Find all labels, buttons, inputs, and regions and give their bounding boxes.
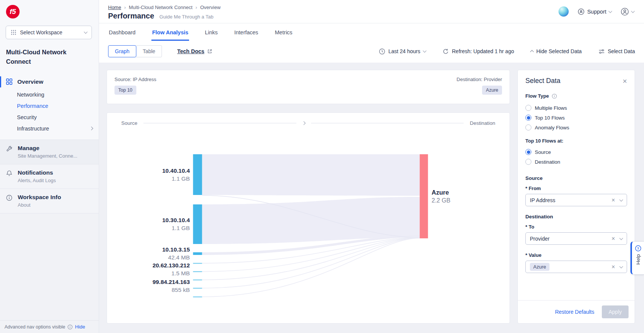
radio-label: Destination [535, 159, 560, 165]
support-menu[interactable]: Support [578, 8, 612, 15]
radio-label: Source [535, 149, 551, 155]
info-icon [67, 324, 73, 330]
sidebar-item-manage[interactable]: Manage Site Management, Conne... [0, 140, 99, 164]
axis-line [143, 123, 296, 123]
sidebar-item-networking[interactable]: Networking [0, 89, 99, 100]
clear-icon[interactable]: × [612, 264, 615, 270]
select-data-label: Select Data [608, 48, 635, 54]
help-tab-label: Help [635, 254, 641, 265]
sidebar-section-subtitle: About [18, 202, 61, 208]
chevron-down-icon [609, 9, 612, 13]
close-icon[interactable]: × [623, 77, 627, 85]
sidebar-item-workspace-info[interactable]: Workspace Info About [0, 189, 99, 213]
svg-text:?: ? [637, 246, 639, 250]
radio-anomaly-flows[interactable]: Anomaly Flows [525, 124, 627, 130]
breadcrumb-separator: › [195, 5, 197, 10]
radio-multiple-flows[interactable]: Multiple Flows [525, 105, 627, 111]
chevron-down-icon [620, 236, 623, 240]
tech-docs-link[interactable]: Tech Docs [177, 48, 212, 54]
destination-summary-label: Destination: Provider [456, 77, 502, 82]
apply-button[interactable]: Apply [602, 305, 629, 318]
breadcrumb-separator: › [124, 5, 126, 10]
axis-line [311, 123, 464, 123]
breadcrumb-overview[interactable]: Overview [200, 5, 220, 10]
sidebar-item-security[interactable]: Security [0, 112, 99, 123]
node-name: 10.40.10.4 [107, 167, 190, 175]
help-tab[interactable]: ? Help [630, 241, 644, 275]
hide-selected-data-button[interactable]: Hide Selected Data [531, 48, 582, 54]
source-node-label: 10.30.10.4 1.1 GB [107, 216, 190, 232]
source-node-1 [193, 154, 202, 195]
radio-label: Top 10 Flows [535, 115, 565, 121]
bell-icon [6, 170, 13, 183]
source-node-minor [193, 288, 202, 289]
from-select[interactable]: IP Address × [525, 194, 627, 206]
sidebar-item-overview[interactable]: Overview [0, 75, 99, 89]
clear-icon[interactable]: × [612, 236, 615, 242]
workspace-name: Multi-Cloud Network Connect [6, 48, 93, 66]
sidebar-footer: Advanced nav options visible Hide [0, 320, 99, 333]
to-select[interactable]: Provider × [525, 232, 627, 245]
sidebar-section-subtitle: Alerts, Audit Logs [18, 178, 56, 183]
graph-view-button[interactable]: Graph [108, 45, 136, 57]
support-label: Support [587, 9, 606, 15]
refresh-button[interactable]: Refresh: Updated 1 hr ago [443, 48, 514, 55]
chevron-down-icon [84, 30, 88, 34]
top10-at-label-text: Top 10 Flows at: [525, 138, 563, 144]
chevron-down-icon [620, 264, 623, 268]
sidebar-item-notifications[interactable]: Notifications Alerts, Audit Logs [0, 164, 99, 189]
source-node-3 [193, 252, 202, 255]
refresh-status: Refresh: Updated 1 hr ago [452, 48, 514, 54]
node-value: 855 kB [107, 286, 190, 294]
sidebar: f5 Select Workspace Multi-Cloud Network … [0, 0, 99, 333]
info-icon [6, 195, 13, 208]
hide-nav-link[interactable]: Hide [75, 324, 85, 330]
node-name: 10.30.10.4 [107, 216, 190, 224]
toolbar: Graph Table Tech Docs Last 24 hours [99, 41, 644, 63]
flow-type-label: Flow Type [525, 93, 627, 99]
tab-dashboard[interactable]: Dashboard [108, 23, 136, 41]
sankey-axis-header: Source Destination [121, 120, 495, 126]
node-value: 42.4 MB [107, 253, 190, 261]
hide-selected-data-label: Hide Selected Data [536, 48, 582, 54]
f5-logo[interactable]: f5 [6, 5, 20, 18]
workspace-selector[interactable]: Select Workspace [6, 26, 92, 39]
table-view-button[interactable]: Table [136, 45, 162, 57]
chevron-down-icon [423, 49, 427, 53]
sankey-card: Source Destination [107, 112, 510, 324]
radio-top10-source[interactable]: Source [525, 149, 627, 155]
sidebar-item-performance[interactable]: Performance [0, 100, 99, 112]
node-value: 1.1 GB [107, 175, 190, 183]
sidebar-item-infrastructure[interactable]: Infrastructure [0, 123, 99, 134]
select-data-button[interactable]: Select Data [598, 48, 635, 55]
user-menu[interactable] [621, 8, 634, 16]
chevron-up-icon [530, 50, 534, 54]
node-name: 10.10.3.15 [107, 246, 190, 253]
breadcrumb-home[interactable]: Home [108, 5, 121, 10]
node-name: 20.62.130.212 [107, 261, 190, 269]
tab-links[interactable]: Links [204, 23, 218, 41]
radio-top10-flows[interactable]: Top 10 Flows [525, 115, 627, 121]
value-chip: Azure [530, 263, 549, 271]
time-range-selector[interactable]: Last 24 hours [379, 48, 426, 55]
breadcrumb-workspace[interactable]: Multi-Cloud Network Connect [129, 5, 192, 10]
guide-me-link[interactable]: Guide Me Through a Tab [159, 14, 213, 20]
tab-interfaces[interactable]: Interfaces [233, 23, 259, 41]
tab-flow-analysis[interactable]: Flow Analysis [151, 23, 189, 41]
tab-metrics[interactable]: Metrics [274, 23, 293, 41]
radio-top10-destination[interactable]: Destination [525, 159, 627, 165]
from-field-label: * From [525, 186, 627, 191]
value-select[interactable]: Azure × [525, 261, 627, 273]
source-node-minor [193, 279, 202, 281]
panel-footer: Restore Defaults Apply [518, 300, 635, 323]
logo-row: f5 [0, 0, 99, 23]
top10-at-label: Top 10 Flows at: [525, 138, 627, 144]
restore-defaults-button[interactable]: Restore Defaults [555, 309, 594, 315]
sidebar-section-label: Notifications [18, 169, 56, 176]
user-icon [621, 8, 629, 16]
clear-icon[interactable]: × [612, 197, 615, 203]
ai-sphere-icon[interactable] [559, 6, 569, 17]
node-value: 1.5 MB [107, 269, 190, 277]
question-icon: ? [635, 245, 641, 252]
source-node-minor [193, 271, 202, 272]
